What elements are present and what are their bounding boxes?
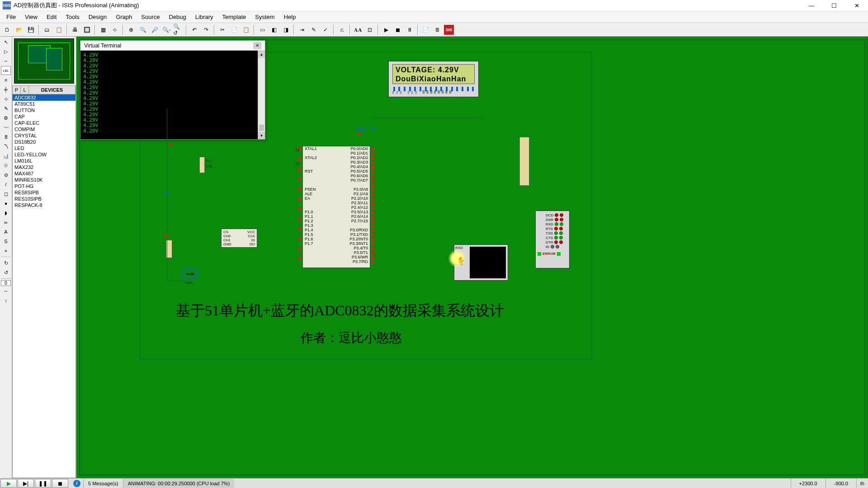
device-item[interactable]: CAP <box>13 113 75 120</box>
toolbar-button[interactable]: 📋 <box>241 24 251 35</box>
tool-button[interactable]: A <box>1 227 11 236</box>
device-item[interactable]: MAX232 <box>13 164 75 170</box>
toolbar-button[interactable]: 𝐀𝐀 <box>353 24 363 35</box>
toolbar-button[interactable]: ▭ <box>257 24 268 35</box>
tool-button[interactable]: ↔ <box>1 56 11 66</box>
menu-design[interactable]: Design <box>84 12 111 22</box>
menu-file[interactable]: File <box>2 12 20 22</box>
tool-button[interactable]: ◗ <box>1 208 11 217</box>
menu-edit[interactable]: Edit <box>42 12 61 22</box>
rotation-input[interactable] <box>1 280 11 286</box>
maximize-button[interactable]: ☐ <box>823 0 845 11</box>
device-item[interactable]: CAP-ELEC <box>13 120 75 126</box>
tool-label[interactable]: LBL <box>1 66 11 75</box>
toolbar-button[interactable]: ⇥ <box>297 24 307 35</box>
canvas-scrollbar[interactable] <box>866 37 868 478</box>
device-item[interactable]: CRYSTAL <box>13 132 75 139</box>
toolbar-button[interactable]: ✎ <box>308 24 319 35</box>
tool-button[interactable]: ∞ <box>1 218 11 227</box>
device-item[interactable]: LED-YELLOW <box>13 151 75 158</box>
toolbar-button[interactable]: 🔲 <box>81 24 92 35</box>
toolbar-button[interactable]: ⊹ <box>109 24 120 35</box>
toolbar-button[interactable]: ▦ <box>98 24 108 35</box>
device-item[interactable]: MAX487 <box>13 170 75 177</box>
device-item[interactable]: COMPIM <box>13 126 75 132</box>
tool-button[interactable]: ⊘ <box>1 170 11 179</box>
pause-button[interactable]: ❚❚ <box>35 479 51 488</box>
toolbar-button[interactable]: ⊡ <box>364 24 375 35</box>
message-count[interactable]: 5 Message(s) <box>83 479 123 488</box>
tool-button[interactable]: ▷ <box>1 47 11 56</box>
vterm-titlebar[interactable]: Virtual Terminal ✕ <box>80 41 265 51</box>
toolbar-button[interactable]: 🗎 <box>432 24 443 35</box>
tool-button[interactable]: S <box>1 237 11 246</box>
tool-button[interactable]: ↔ <box>1 286 11 296</box>
toolbar-button[interactable]: 📄 <box>420 24 431 35</box>
device-item[interactable]: AT89C51 <box>13 101 75 107</box>
toolbar-button[interactable]: 🔍 <box>137 24 148 35</box>
tool-button[interactable]: ☉ <box>1 161 11 170</box>
tool-button[interactable]: ◻ <box>1 189 11 198</box>
tool-button[interactable]: ✎ <box>1 104 11 113</box>
stop-button[interactable]: ◼ <box>52 479 68 488</box>
scroll-thumb[interactable] <box>259 125 264 131</box>
vterm-close-icon[interactable]: ✕ <box>253 42 261 49</box>
toolbar-button[interactable]: ◨ <box>280 24 291 35</box>
close-button[interactable]: ✕ <box>845 0 868 11</box>
toolbar-button[interactable]: ⏸ <box>404 24 415 35</box>
tool-button[interactable]: ↻ <box>1 258 11 267</box>
device-item[interactable]: POT-HG <box>13 183 75 189</box>
toolbar-button[interactable]: 🔎 <box>149 24 160 35</box>
menu-tools[interactable]: Tools <box>61 12 84 22</box>
tool-button[interactable]: 〽 <box>1 142 11 151</box>
devhdr-l[interactable]: L <box>21 86 29 94</box>
tool-button[interactable]: 🎚 <box>1 132 11 141</box>
info-icon[interactable]: i <box>73 480 80 487</box>
toolbar-button[interactable]: ◼ <box>392 24 403 35</box>
toolbar-button[interactable]: 🖶 <box>70 24 80 35</box>
minimize-button[interactable]: — <box>800 0 823 11</box>
tool-button[interactable]: ≡ <box>1 75 11 84</box>
scroll-up-icon[interactable]: ▲ <box>258 51 265 58</box>
menu-template[interactable]: Template <box>218 12 251 22</box>
device-item[interactable]: RES10SIPB <box>13 196 75 202</box>
device-item[interactable]: ADC0832 <box>13 94 75 101</box>
menu-view[interactable]: View <box>20 12 42 22</box>
tool-button[interactable]: ↕ <box>1 296 11 305</box>
toolbar-button[interactable]: ✓ <box>320 24 331 35</box>
toolbar-button[interactable]: 🔍↺ <box>173 24 184 35</box>
toolbar-button[interactable]: 📋 <box>53 24 64 35</box>
overview-map[interactable] <box>14 38 74 84</box>
schematic-canvas[interactable]: Virtual Terminal ✕ 4.29V4.29V4.29V4.29V4… <box>76 37 868 478</box>
toolbar-button[interactable]: ↷ <box>201 24 212 35</box>
devhdr-p[interactable]: P <box>13 86 21 94</box>
toolbar-button[interactable]: 🗂 <box>42 24 52 35</box>
toolbar-button[interactable]: ▶ <box>381 24 392 35</box>
virtual-terminal-window[interactable]: Virtual Terminal ✕ 4.29V4.29V4.29V4.29V4… <box>80 40 265 140</box>
device-item[interactable]: RESPACK-8 <box>13 202 75 208</box>
tool-button[interactable]: ⊹ <box>1 94 11 103</box>
menu-graph[interactable]: Graph <box>111 12 137 22</box>
menu-debug[interactable]: Debug <box>164 12 190 22</box>
tool-button[interactable]: ● <box>1 199 11 208</box>
toolbar-button[interactable]: 📂 <box>14 24 24 35</box>
toolbar-button[interactable]: ↶ <box>189 24 200 35</box>
tool-button[interactable]: ↺ <box>1 268 11 277</box>
menu-system[interactable]: System <box>250 12 279 22</box>
toolbar-button[interactable]: 📄 <box>229 24 240 35</box>
tool-button[interactable]: + <box>1 246 11 255</box>
toolbar-button[interactable]: 🗋 <box>2 24 13 35</box>
menu-library[interactable]: Library <box>191 12 218 22</box>
play-button[interactable]: ▶ <box>0 479 17 488</box>
tool-button[interactable]: ╪ <box>1 85 11 94</box>
device-item[interactable]: BUTTON <box>13 107 75 113</box>
tool-button[interactable]: ⚙ <box>1 113 11 122</box>
scroll-down-icon[interactable]: ▼ <box>258 132 265 139</box>
device-item[interactable]: LED <box>13 145 75 151</box>
device-item[interactable]: MINRES10K <box>13 177 75 183</box>
device-list[interactable]: ADC0832AT89C51BUTTONCAPCAP-ELECCOMPIMCRY… <box>12 94 76 478</box>
tool-button[interactable]: 📊 <box>1 151 11 160</box>
toolbar-button[interactable]: ⊕ <box>126 24 137 35</box>
device-item[interactable]: RES8SIPB <box>13 189 75 196</box>
step-button[interactable]: ▶| <box>18 479 34 488</box>
